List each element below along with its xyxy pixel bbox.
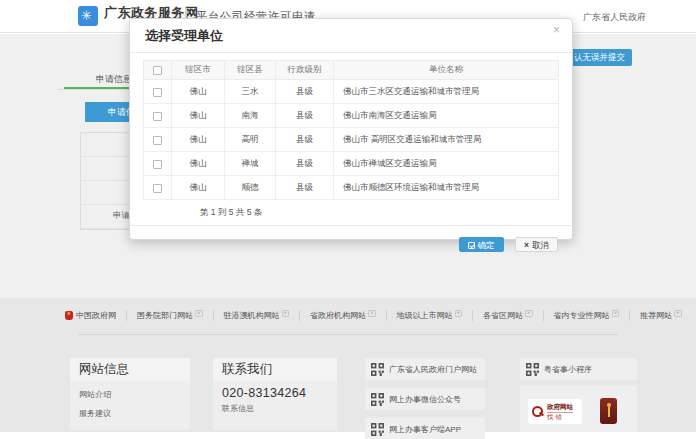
dropdown-caret-icon: ˅ <box>612 310 620 317</box>
tab-application-info[interactable]: 申请信息 <box>96 73 132 86</box>
contact-phone: 020-83134264 <box>213 381 337 400</box>
column-header-unit-name: 单位名称 <box>334 61 559 80</box>
cell-city: 佛山 <box>172 104 225 128</box>
dropdown-caret-icon: ˅ <box>525 310 533 317</box>
bottom-strip <box>0 432 696 439</box>
table-row[interactable]: 佛山 顺德 县级 佛山市顺德区环境运输和城市管理局 <box>144 176 559 200</box>
contact-info-link[interactable]: 联系信息 <box>213 400 337 414</box>
dialog-footer: 确定 ×取消 <box>130 225 572 252</box>
row-checkbox[interactable] <box>153 112 162 121</box>
footer-link-city-sites[interactable]: 地级以上市网站˅ <box>387 310 474 321</box>
badge-panel: 政府网站 找错 <box>520 386 637 432</box>
tab-bar-divider <box>58 89 129 90</box>
site-info-column: 网站信息 网站介绍 服务建议 <box>70 358 190 430</box>
dropdown-caret-icon: ˅ <box>195 310 203 317</box>
footer-link-professional-sites[interactable]: 省内专业性网站˅ <box>544 310 631 321</box>
qr-code-icon <box>526 363 539 376</box>
qr-link-gd-portal[interactable]: 广东省人民政府门户网站 <box>365 358 485 380</box>
site-logo-icon <box>78 6 98 26</box>
gov-portal-link[interactable]: 广东省人民政府 <box>583 11 646 24</box>
dialog-divider <box>130 52 572 53</box>
qr-link-wechat[interactable]: 网上办事微信公众号 <box>365 388 485 410</box>
footer-link-province-sites[interactable]: 各省区网站˅ <box>473 310 544 321</box>
cell-level: 县级 <box>276 176 334 200</box>
cell-level: 县级 <box>276 104 334 128</box>
dropdown-caret-icon: ˅ <box>282 310 290 317</box>
cell-unit-name: 佛山市禅城区交通运输局 <box>334 152 559 176</box>
cell-county: 高明 <box>225 128 276 152</box>
cell-city: 佛山 <box>172 128 225 152</box>
cell-unit-name: 佛山市 高明区交通运输和城市管理局 <box>334 128 559 152</box>
pagination-summary: 第 1 到 5 共 5 条 <box>200 207 559 219</box>
footer-link-china-gov[interactable]: 中国政府网 <box>65 310 127 321</box>
qr-link-app[interactable]: 网上办事客户端APP <box>365 418 485 439</box>
cell-county: 三水 <box>225 80 276 104</box>
magnifier-icon <box>531 405 544 418</box>
site-info-heading: 网站信息 <box>70 358 190 381</box>
qr-link-mini-program[interactable]: 粤省事小程序 <box>520 358 637 380</box>
form-field-label: 申请 <box>113 210 130 222</box>
dialog-title: 选择受理单位 <box>143 19 559 52</box>
cell-city: 佛山 <box>172 80 225 104</box>
select-all-checkbox[interactable] <box>153 66 162 75</box>
close-icon[interactable]: × <box>553 23 560 37</box>
footer-link-recommended-sites[interactable]: 推荐网站˅ <box>630 310 692 321</box>
footer-nav: 中国政府网 国务院部门网站˅ 驻港澳机构网站˅ 省政府机构网站˅ 地级以上市网站… <box>65 310 635 321</box>
row-checkbox[interactable] <box>153 136 162 145</box>
table-row[interactable]: 佛山 高明 县级 佛山市 高明区交通运输和城市管理局 <box>144 128 559 152</box>
gov-site-error-report-badge[interactable]: 政府网站 找错 <box>528 399 582 424</box>
dropdown-caret-icon: ˅ <box>674 310 682 317</box>
row-checkbox[interactable] <box>153 88 162 97</box>
national-emblem-icon <box>65 311 73 320</box>
cell-city: 佛山 <box>172 152 225 176</box>
footer-link-state-depts[interactable]: 国务院部门网站˅ <box>127 310 214 321</box>
gov-identification-badge-icon[interactable] <box>600 398 617 424</box>
site-intro-link[interactable]: 网站介绍 <box>70 381 190 400</box>
footer-divider <box>78 334 618 335</box>
cell-county: 禅城 <box>225 152 276 176</box>
cancel-x-icon: × <box>524 240 529 250</box>
row-checkbox[interactable] <box>153 160 162 169</box>
table-row[interactable]: 佛山 禅城 县级 佛山市禅城区交通运输局 <box>144 152 559 176</box>
table-header-row: 辖区市 辖区县 行政级别 单位名称 <box>144 61 559 80</box>
select-all-cell <box>144 61 172 80</box>
qr-code-icon <box>371 423 384 436</box>
cell-unit-name: 佛山市南海区交通运输局 <box>334 104 559 128</box>
active-tab-underline <box>64 87 129 89</box>
column-header-level: 行政级别 <box>276 61 334 80</box>
cell-county: 顺德 <box>225 176 276 200</box>
row-checkbox[interactable] <box>153 184 162 193</box>
confirm-button[interactable]: 确定 <box>459 237 504 252</box>
confirm-check-icon <box>468 242 475 249</box>
cell-level: 县级 <box>276 152 334 176</box>
qr-code-icon <box>371 363 384 376</box>
column-header-city: 辖区市 <box>172 61 225 80</box>
select-accepting-unit-dialog: × 选择受理单位 辖区市 辖区县 行政级别 单位名称 佛山 三水 县级 佛山市三… <box>129 18 573 240</box>
cell-unit-name: 佛山市三水区交通运输和城市管理局 <box>334 80 559 104</box>
service-suggestion-link[interactable]: 服务建议 <box>70 400 190 419</box>
table-row[interactable]: 佛山 南海 县级 佛山市南海区交通运输局 <box>144 104 559 128</box>
cell-unit-name: 佛山市顺德区环境运输和城市管理局 <box>334 176 559 200</box>
footer-link-hk-macau[interactable]: 驻港澳机构网站˅ <box>214 310 301 321</box>
contact-heading: 联系我们 <box>213 358 337 381</box>
column-header-county: 辖区县 <box>225 61 276 80</box>
dropdown-caret-icon: ˅ <box>455 310 463 317</box>
cell-level: 县级 <box>276 128 334 152</box>
cell-level: 县级 <box>276 80 334 104</box>
cell-county: 南海 <box>225 104 276 128</box>
cell-city: 佛山 <box>172 176 225 200</box>
qr-code-icon <box>371 393 384 406</box>
table-row[interactable]: 佛山 三水 县级 佛山市三水区交通运输和城市管理局 <box>144 80 559 104</box>
accepting-unit-table: 辖区市 辖区县 行政级别 单位名称 佛山 三水 县级 佛山市三水区交通运输和城市… <box>143 60 559 200</box>
dropdown-caret-icon: ˅ <box>368 310 376 317</box>
footer-link-provincial-orgs[interactable]: 省政府机构网站˅ <box>300 310 387 321</box>
contact-column: 联系我们 020-83134264 联系信息 <box>213 358 337 430</box>
cancel-button[interactable]: ×取消 <box>515 237 558 252</box>
